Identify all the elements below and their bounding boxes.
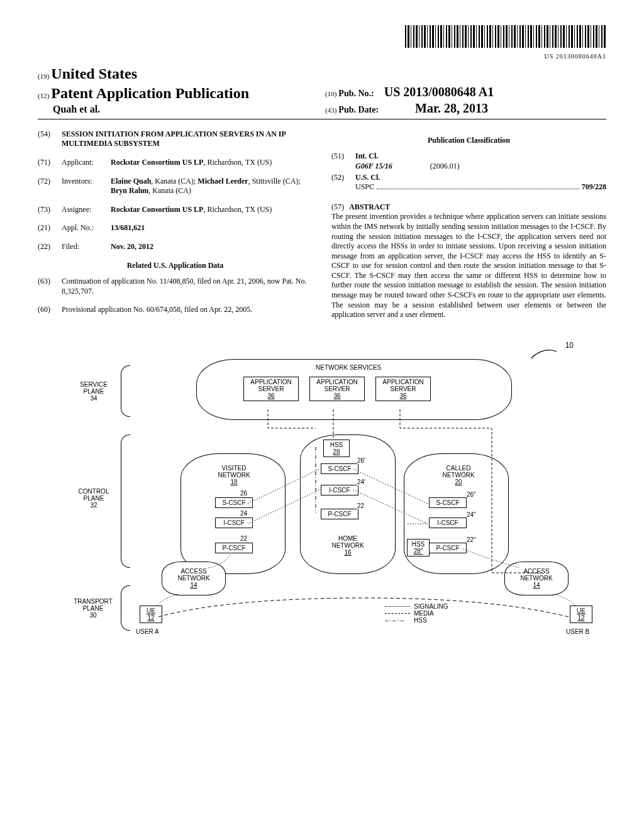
inventor-name: Bryn Rahm [111,186,148,195]
uspc-label: USPC [355,182,374,192]
header-num-12: (12) [38,92,49,99]
abstract-header: (57) ABSTRACT [331,202,606,213]
ref-26: 26 [240,490,247,497]
left-column: (54) SESSION INITIATION FROM APPLICATION… [38,130,313,324]
bracket-transport-plane [121,585,130,631]
publication-type: Patent Application Publication [51,85,249,101]
box-scscf-called: S-CSCF [429,497,467,508]
int-cl-label: Int. Cl. [355,152,606,162]
box-scscf-home: S-CSCF [321,463,358,474]
applicant-value: Rockstar Consortium US LP, Richardson, T… [111,158,313,168]
int-cl-code: G06F 15/16 [355,162,392,170]
field-54: (54) SESSION INITIATION FROM APPLICATION… [38,130,313,149]
box-icscf-home: I-CSCF [321,485,358,495]
barcode [405,25,606,48]
field-num: (60) [38,305,57,315]
field-num: (22) [38,242,57,252]
abstract-heading: ABSTRACT [349,202,390,213]
header-authors: Quah et al. [53,104,100,114]
abstract-text: The present invention provides a techniq… [331,212,606,320]
inventor-loc: , Kanata (CA) [148,186,191,195]
us-cl-label: U.S. Cl. [355,173,606,183]
bracket-service-plane [121,365,130,417]
box-scscf-visited: S-CSCF [215,497,253,508]
field-63: (63) Continuation of application No. 11/… [38,277,313,296]
ref-26p: 26' [357,457,365,464]
field-num: (21) [38,223,57,233]
header-num-19: (19) [38,72,49,80]
field-label: Appl. No.: [62,223,106,233]
label-network-services: NETWORK SERVICES [316,364,381,371]
field-51: (51) Int. Cl. G06F 15/16(2006.01) [331,152,606,171]
pub-date-label: Pub. Date: [338,105,379,114]
field-60: (60) Provisional application No. 60/674,… [38,305,313,315]
field-num: (72) [38,177,57,196]
label-home-network: HOME NETWORK16 [328,535,367,556]
label-called-network: CALLED NETWORK20 [436,465,480,485]
ref-24pp: 24" [467,511,476,518]
box-icscf-called: I-CSCF [429,517,467,528]
field-num: (73) [38,205,57,215]
label-user-a: USER A [136,628,159,635]
pub-no-label: Pub. No.: [338,89,374,98]
box-app-server-1: APPLICATION SERVER36 [243,377,299,401]
header-country: United States [51,65,137,82]
classification-heading: Publication Classification [331,136,606,146]
continuation-text: Continuation of application No. 11/408,8… [62,277,313,296]
box-pcscf-visited: P-CSCF [215,543,253,553]
field-label: Assignee: [62,205,106,215]
ref-22: 22 [357,502,364,509]
label-service-plane: SERVICE PLANE34 [72,381,116,402]
label-access-a: ACCESS NETWORK14 [174,568,213,589]
ref-22pp: 22" [467,536,476,543]
inventor-name: Elaine Quah [111,177,151,185]
assignee-name: Rockstar Consortium US LP [111,205,203,214]
header-num-43: (43) [325,106,336,114]
field-num: (71) [38,158,57,168]
label-visited-network: VISITED NETWORK18 [212,465,256,485]
header-num-10: (10) [325,90,336,97]
patent-figure: 10 SERVICE PLANE34 CONTROL PLANE32 TRANS… [52,346,592,648]
label-control-plane: CONTROL PLANE32 [72,488,116,509]
box-pcscf-home: P-CSCF [321,509,358,519]
field-num: (63) [38,277,57,296]
box-pcscf-called: P-CSCF [429,543,467,553]
label-access-b: ACCESS NETWORK14 [517,568,556,589]
legend: SIGNALING MEDIA –·–·–HSS [385,603,448,624]
field-num: (52) [331,173,350,192]
box-ue-b: UE12 [570,606,592,623]
barcode-text: US 20130080648A1 [38,52,606,60]
assignee-value: Rockstar Consortium US LP, Richardson, T… [111,205,313,215]
dot-leader [377,184,579,189]
field-label: Applicant: [62,158,106,168]
legend-hss-label: HSS [414,617,427,624]
box-hss: HSS28 [323,440,350,457]
field-num: (51) [331,152,350,171]
barcode-region: US 20130080648A1 [38,25,606,60]
box-app-server-2: APPLICATION SERVER36 [309,377,365,401]
inventors-value: Elaine Quah, Kanata (CA); Michael Leeder… [111,177,313,196]
field-num: (54) [38,130,57,149]
provisional-text: Provisional application No. 60/674,058, … [62,305,313,315]
body-columns: (54) SESSION INITIATION FROM APPLICATION… [38,130,606,324]
ref-24: 24 [240,510,247,517]
int-cl-year: (2006.01) [430,162,460,170]
assignee-loc: , Richardson, TX (US) [203,205,272,214]
pub-date: Mar. 28, 2013 [415,101,488,115]
filed-date: Nov. 20, 2012 [111,242,313,252]
appl-no: 13/681,621 [111,223,313,233]
inventor-name: Michael Leeder [197,177,248,185]
header-rule [38,119,606,119]
field-52: (52) U.S. Cl. USPC 709/228 [331,173,606,192]
field-71: (71) Applicant: Rockstar Consortium US L… [38,158,313,168]
field-num: (57) [331,202,344,213]
box-ue-a: UE12 [140,606,162,623]
applicant-loc: , Richardson, TX (US) [203,158,272,167]
pub-no: US 2013/0080648 A1 [384,85,494,99]
bracket-control-plane [121,434,130,568]
applicant-name: Rockstar Consortium US LP [111,158,203,167]
field-73: (73) Assignee: Rockstar Consortium US LP… [38,205,313,215]
inventor-loc: , Stittsville (CA); [248,177,301,185]
legend-media-line [385,613,410,614]
field-22: (22) Filed: Nov. 20, 2012 [38,242,313,252]
